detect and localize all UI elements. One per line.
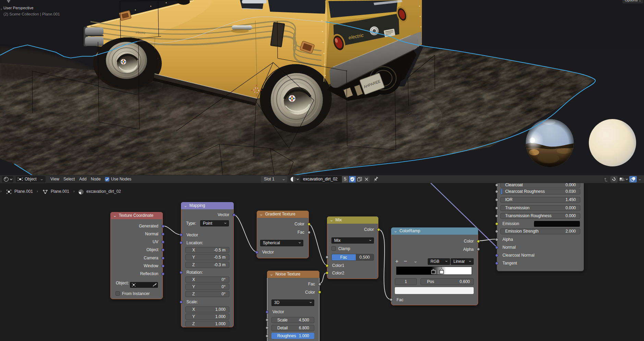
svg-text:›: › bbox=[1, 7, 2, 11]
svg-text:electric: electric bbox=[136, 31, 146, 35]
